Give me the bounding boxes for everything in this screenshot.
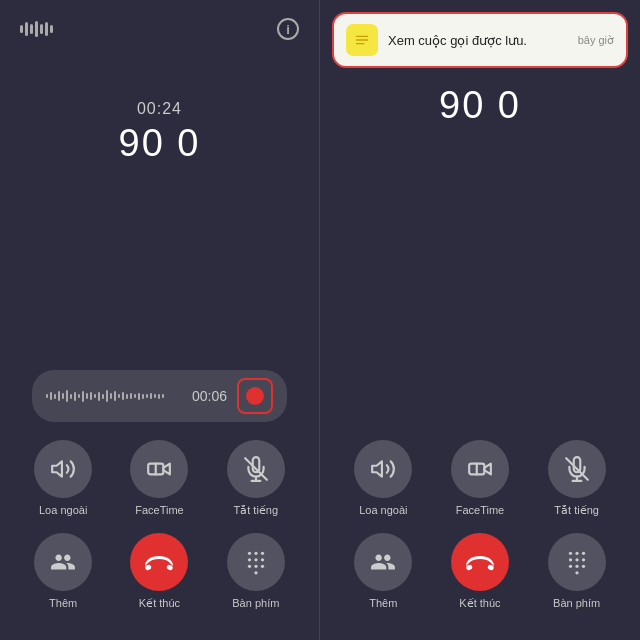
facetime-icon-right: [467, 456, 493, 482]
contact-name-left: 90 0: [119, 122, 201, 165]
end-call-label-left: Kết thúc: [139, 597, 180, 610]
speaker-icon-right: [370, 456, 396, 482]
svg-point-32: [569, 552, 572, 555]
notes-icon-svg: [352, 30, 372, 50]
svg-point-41: [575, 571, 578, 574]
keypad-button-left[interactable]: Bàn phím: [213, 533, 299, 610]
keypad-label-left: Bàn phím: [232, 597, 279, 609]
svg-point-17: [261, 565, 264, 568]
add-contact-icon-right: [370, 549, 396, 575]
mute-circle: [227, 440, 285, 498]
mute-icon: [243, 456, 269, 482]
add-circle: [34, 533, 92, 591]
svg-point-13: [254, 558, 257, 561]
call-duration-left: 00:24: [119, 100, 201, 118]
call-controls-left: Loa ngoài FaceTime: [0, 440, 319, 640]
svg-point-39: [575, 565, 578, 568]
call-timer-left: 00:24 90 0: [119, 100, 201, 165]
speaker-button-left[interactable]: Loa ngoài: [20, 440, 106, 517]
facetime-label-left: FaceTime: [135, 504, 184, 516]
svg-point-40: [582, 565, 585, 568]
wave-dots: [46, 387, 182, 405]
keypad-icon-right: [564, 549, 590, 575]
top-bar-left: i: [0, 0, 319, 40]
contact-name-right: 90 0: [439, 84, 521, 127]
keypad-circle: [227, 533, 285, 591]
add-circle-right: [354, 533, 412, 591]
svg-point-16: [254, 565, 257, 568]
svg-point-36: [575, 558, 578, 561]
mute-icon-right: [564, 456, 590, 482]
keypad-circle-right: [548, 533, 606, 591]
svg-point-12: [248, 558, 251, 561]
recording-bar: 00:06: [32, 370, 287, 422]
notification-text: Xem cuộc gọi được lưu.: [388, 33, 568, 48]
add-button-left[interactable]: Thêm: [20, 533, 106, 610]
end-call-button-right[interactable]: Kết thúc: [437, 533, 524, 610]
facetime-circle-right: [451, 440, 509, 498]
mute-label-left: Tắt tiếng: [234, 504, 279, 517]
record-stop-button[interactable]: [237, 378, 273, 414]
waveform-icon: [20, 21, 53, 37]
speaker-circle-right: [354, 440, 412, 498]
mute-button-right[interactable]: Tắt tiếng: [533, 440, 620, 517]
add-label-right: Thêm: [369, 597, 397, 609]
end-call-circle: [130, 533, 188, 591]
svg-marker-23: [372, 461, 382, 476]
recording-time: 00:06: [192, 388, 227, 404]
facetime-circle: [130, 440, 188, 498]
mute-label-right: Tắt tiếng: [554, 504, 599, 517]
facetime-button-right[interactable]: FaceTime: [437, 440, 524, 517]
svg-point-15: [248, 565, 251, 568]
mute-circle-right: [548, 440, 606, 498]
keypad-button-right[interactable]: Bàn phím: [533, 533, 620, 610]
notification-time: bây giờ: [578, 34, 614, 47]
facetime-button-left[interactable]: FaceTime: [116, 440, 202, 517]
end-call-circle-right: [451, 533, 509, 591]
keypad-label-right: Bàn phím: [553, 597, 600, 609]
right-phone-screen: Xem cuộc gọi được lưu. bây giờ 90 0 Loa …: [320, 0, 640, 640]
svg-point-18: [254, 571, 257, 574]
left-phone-screen: i 00:24 90 0 00:06: [0, 0, 320, 640]
speaker-label-left: Loa ngoài: [39, 504, 87, 516]
svg-point-14: [261, 558, 264, 561]
svg-point-33: [575, 552, 578, 555]
notification-banner[interactable]: Xem cuộc gọi được lưu. bây giờ: [332, 12, 628, 68]
speaker-button-right[interactable]: Loa ngoài: [340, 440, 427, 517]
svg-point-9: [248, 552, 251, 555]
call-controls-right: Loa ngoài FaceTime: [320, 440, 640, 640]
svg-point-10: [254, 552, 257, 555]
end-call-label-right: Kết thúc: [459, 597, 500, 610]
add-button-right[interactable]: Thêm: [340, 533, 427, 610]
mute-button-left[interactable]: Tắt tiếng: [213, 440, 299, 517]
svg-point-37: [582, 558, 585, 561]
add-label-left: Thêm: [49, 597, 77, 609]
info-icon[interactable]: i: [277, 18, 299, 40]
svg-marker-0: [52, 461, 62, 476]
svg-point-11: [261, 552, 264, 555]
notes-app-icon: [346, 24, 378, 56]
keypad-icon: [243, 549, 269, 575]
speaker-icon: [50, 456, 76, 482]
record-stop-icon: [246, 387, 264, 405]
facetime-label-right: FaceTime: [456, 504, 505, 516]
svg-point-38: [569, 565, 572, 568]
end-call-icon-right: [464, 552, 496, 572]
svg-point-35: [569, 558, 572, 561]
end-call-button-left[interactable]: Kết thúc: [116, 533, 202, 610]
facetime-icon: [146, 456, 172, 482]
add-contact-icon: [50, 549, 76, 575]
speaker-label-right: Loa ngoài: [359, 504, 407, 516]
end-call-icon: [143, 552, 175, 572]
call-timer-right: 90 0: [439, 80, 521, 127]
svg-point-34: [582, 552, 585, 555]
speaker-circle: [34, 440, 92, 498]
